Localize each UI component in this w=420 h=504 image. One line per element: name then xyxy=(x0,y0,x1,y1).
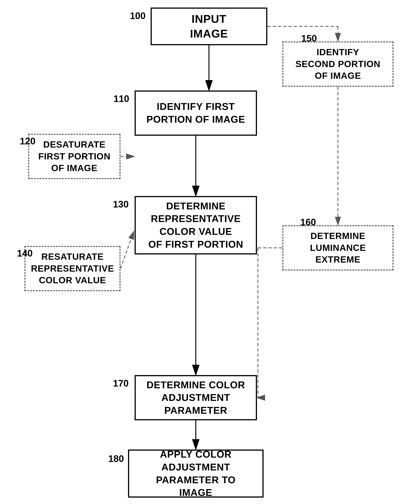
identify-first-box: IDENTIFY FIRSTPORTION OF IMAGE xyxy=(134,90,257,136)
ref-130: 130 xyxy=(113,199,128,210)
ref-150: 150 xyxy=(301,33,317,44)
ref-180: 180 xyxy=(108,453,124,464)
input-image-box: INPUTIMAGE xyxy=(151,7,267,45)
apply-adjustment-box: APPLY COLORADJUSTMENTPARAMETER TOIMAGE xyxy=(128,450,263,498)
determine-adjustment-box: DETERMINE COLORADJUSTMENTPARAMETER xyxy=(134,375,257,420)
ref-100: 100 xyxy=(130,10,146,21)
ref-140: 140 xyxy=(17,248,33,259)
flowchart-diagram: INPUTIMAGE 100 IDENTIFY FIRSTPORTION OF … xyxy=(0,0,420,504)
ref-120: 120 xyxy=(20,136,35,147)
determine-color-box: DETERMINEREPRESENTATIVECOLOR VALUEOF FIR… xyxy=(134,196,257,254)
desaturate-box: DESATURATEFIRST PORTIONOF IMAGE xyxy=(28,134,121,179)
ref-110: 110 xyxy=(114,93,129,104)
identify-second-box: IDENTIFYSECOND PORTIONOF IMAGE xyxy=(282,42,393,87)
resaturate-box: RESATURATEREPRESENTATIVECOLOR VALUE xyxy=(24,246,121,291)
determine-luminance-box: DETERMINELUMINANCEEXTREME xyxy=(282,225,393,270)
svg-line-13 xyxy=(121,232,134,269)
ref-160: 160 xyxy=(300,217,316,228)
ref-170: 170 xyxy=(113,378,128,389)
